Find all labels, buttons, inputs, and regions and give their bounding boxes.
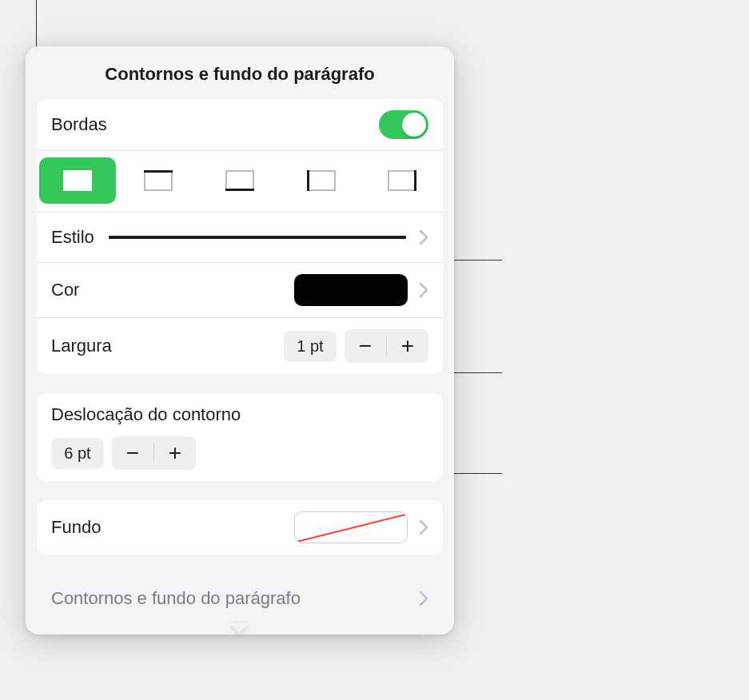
width-decrement-button[interactable]: −: [345, 329, 386, 363]
color-well[interactable]: [294, 274, 408, 306]
width-stepper: − +: [345, 329, 428, 363]
width-value: 1 pt: [284, 331, 337, 362]
chevron-right-icon: [419, 519, 428, 535]
offset-stepper: − +: [112, 436, 196, 470]
popover-arrow: [229, 633, 249, 642]
callout-line: [454, 372, 502, 373]
borders-label: Bordas: [51, 114, 107, 135]
border-top-icon: [141, 167, 176, 194]
background-label: Fundo: [51, 517, 101, 538]
callout-line: [454, 473, 502, 474]
border-all-icon: [60, 167, 95, 194]
borders-toggle[interactable]: [379, 110, 428, 139]
offset-decrement-button[interactable]: −: [112, 436, 153, 470]
callout-line: [36, 0, 37, 46]
toggle-knob: [402, 113, 426, 137]
width-label: Largura: [51, 336, 112, 356]
background-section: Fundo: [37, 500, 443, 555]
offset-row: Deslocação do contorno 6 pt − +: [37, 393, 443, 481]
style-row[interactable]: Estilo: [37, 212, 443, 262]
background-row[interactable]: Fundo: [37, 500, 443, 555]
popover-panel: Contornos e fundo do parágrafo Bordas: [26, 46, 454, 634]
chevron-right-icon: [419, 591, 428, 607]
style-preview: [109, 236, 406, 239]
chevron-right-icon: [419, 229, 428, 245]
border-top-button[interactable]: [120, 157, 197, 204]
style-label: Estilo: [51, 227, 94, 248]
border-bottom-button[interactable]: [201, 157, 278, 204]
background-color-well[interactable]: [294, 511, 408, 543]
callout-line: [454, 260, 502, 261]
width-increment-button[interactable]: +: [387, 329, 428, 363]
footer-label: Contornos e fundo do parágrafo: [51, 588, 301, 609]
border-left-icon: [304, 167, 339, 194]
borders-section: Bordas: [37, 99, 443, 374]
border-bottom-icon: [222, 167, 257, 194]
border-right-button[interactable]: [364, 157, 440, 204]
chevron-right-icon: [419, 282, 428, 298]
footer-row[interactable]: Contornos e fundo do parágrafo: [37, 574, 443, 628]
offset-label: Deslocação do contorno: [51, 404, 241, 425]
offset-section: Deslocação do contorno 6 pt − +: [37, 393, 443, 481]
width-row: Largura 1 pt − +: [37, 317, 443, 374]
border-all-button[interactable]: [39, 157, 116, 204]
offset-value: 6 pt: [51, 438, 104, 469]
border-position-segments: [37, 150, 443, 212]
color-row[interactable]: Cor: [37, 262, 443, 317]
offset-increment-button[interactable]: +: [154, 436, 196, 470]
border-right-icon: [384, 167, 420, 194]
popover-title: Contornos e fundo do parágrafo: [26, 46, 454, 99]
border-left-button[interactable]: [283, 157, 360, 204]
color-label: Cor: [51, 280, 79, 300]
borders-toggle-row: Bordas: [37, 99, 443, 150]
